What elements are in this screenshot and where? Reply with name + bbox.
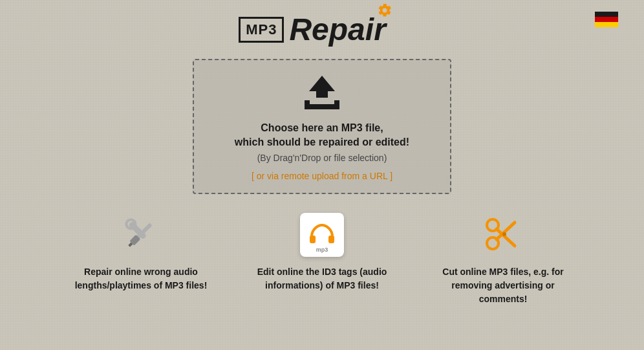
header: MP3 Repair <box>0 0 644 54</box>
feature-cut-text: Cut online MP3 files, e.g. for removing … <box>432 265 574 306</box>
feature-edit-id3[interactable]: mp3 Edit online the ID3 tags (audio info… <box>251 212 393 306</box>
svg-rect-2 <box>595 22 618 27</box>
feature-repair[interactable]: Repair online wrong audio lengths/playti… <box>70 212 212 306</box>
tools-icon <box>118 212 164 257</box>
feature-repair-text: Repair online wrong audio lengths/playti… <box>70 265 212 292</box>
svg-marker-3 <box>309 76 335 98</box>
headphones-box-icon: mp3 <box>299 212 345 257</box>
svg-rect-1 <box>595 17 618 22</box>
gear-icon <box>377 3 392 21</box>
svg-rect-10 <box>328 235 334 243</box>
upload-sub-text: (By Drag'n'Drop or file selection) <box>257 153 387 163</box>
feature-cut[interactable]: Cut online MP3 files, e.g. for removing … <box>432 212 574 306</box>
upload-url-link[interactable]: [ or via remote upload from a URL ] <box>252 171 392 181</box>
upload-main-text: Choose here an MP3 file,which should be … <box>235 121 409 150</box>
headphones-mp3-label: mp3 <box>316 246 328 253</box>
feature-edit-text: Edit online the ID3 tags (audio informat… <box>251 265 393 292</box>
svg-rect-0 <box>595 12 618 17</box>
logo: MP3 Repair <box>239 12 405 47</box>
logo-mp3-box: MP3 <box>239 17 284 43</box>
upload-arrow-icon <box>299 73 345 115</box>
svg-point-15 <box>502 232 506 236</box>
german-flag[interactable] <box>595 12 618 30</box>
upload-dropzone[interactable]: Choose here an MP3 file,which should be … <box>193 59 451 194</box>
svg-rect-9 <box>310 235 316 243</box>
scissors-icon <box>480 212 526 257</box>
features-row: Repair online wrong audio lengths/playti… <box>0 212 644 306</box>
